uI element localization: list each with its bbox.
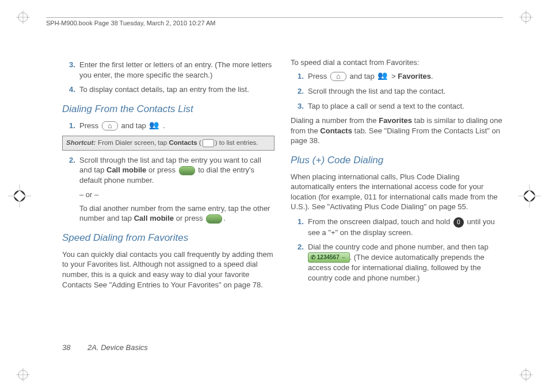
step-text: Scroll through the list and tap the cont… <box>308 86 503 97</box>
text-bold: Call mobile <box>134 214 174 222</box>
step-text: From the onscreen dialpad, touch and hol… <box>308 217 503 237</box>
step-number: 3. <box>298 101 308 112</box>
text: Dial the country code and phone number, … <box>308 243 489 251</box>
shortcut-label: Shortcut: <box>66 139 96 148</box>
contacts-icon <box>149 121 159 131</box>
step-number: 4. <box>69 84 79 95</box>
text: or press <box>174 214 205 222</box>
page-number: 38 <box>62 343 70 352</box>
text: . <box>223 214 226 222</box>
text-bold: Favorites <box>398 72 431 80</box>
footer-section: 2A. Device Basics <box>87 343 148 352</box>
crop-mark <box>16 368 30 382</box>
text-bold: Contacts <box>169 139 197 146</box>
paragraph: To speed dial a contact from Favorites: <box>291 57 503 68</box>
home-icon <box>102 121 118 130</box>
text: and tap <box>121 121 148 130</box>
text: and tap <box>348 72 377 80</box>
step-number: 1. <box>298 217 308 237</box>
step-text: Press and tap > Favorites. <box>308 71 503 82</box>
text-bold: Contacts <box>320 126 352 135</box>
text: Press <box>308 72 329 80</box>
crop-mark <box>16 10 30 24</box>
paragraph: When placing international calls, Plus C… <box>291 172 503 212</box>
crop-mark <box>518 185 541 207</box>
paragraph: Dialing a number from the Favorites tab … <box>291 116 503 146</box>
shortcut-text: From Dialer screen, tap Contacts () to l… <box>98 139 270 148</box>
page-content: 3. Enter the first letter or letters of … <box>62 57 503 340</box>
step-text: To display contact details, tap an entry… <box>79 84 274 95</box>
step-number: 1. <box>298 71 308 82</box>
step-number: 2. <box>298 242 308 283</box>
text: ) to list entries. <box>215 139 258 146</box>
step-number: 2. <box>69 155 79 186</box>
text-bold: Favorites <box>379 116 412 125</box>
step-text: Dial the country code and phone number, … <box>308 242 503 283</box>
paragraph: You can quickly dial contacts you call f… <box>62 249 274 290</box>
step-number: 1. <box>69 121 79 132</box>
home-icon <box>330 72 346 81</box>
list-item: 2. Scroll through the list and tap the e… <box>69 155 274 186</box>
list-item: 1. From the onscreen dialpad, touch and … <box>298 217 503 237</box>
section-heading: Dialing From the Contacts List <box>62 103 274 116</box>
list-item: 2. Scroll through the list and tap the c… <box>298 86 503 97</box>
text: Press <box>79 121 101 130</box>
contacts-icon <box>378 71 388 82</box>
text: ( <box>197 139 201 146</box>
or-separator: – or – <box>79 190 274 200</box>
list-item: 3. Tap to place a call or send a text to… <box>298 101 503 112</box>
crop-mark <box>519 368 533 382</box>
step-text: Scroll through the list and tap the entr… <box>79 155 274 186</box>
step-text: Tap to place a call or send a text to th… <box>308 101 503 112</box>
page-footer: 38 2A. Device Basics <box>62 343 148 352</box>
contacts-card-icon <box>203 139 214 147</box>
text: . <box>431 72 433 80</box>
text: Dialing a number from the <box>291 116 379 125</box>
section-heading: Speed Dialing from Favorites <box>62 232 274 245</box>
left-column: 3. Enter the first letter or letters of … <box>62 57 274 340</box>
text: From the onscreen dialpad, touch and hol… <box>308 217 452 226</box>
list-item: 3. Enter the first letter or letters of … <box>69 60 274 80</box>
text-bold: Call mobile <box>106 166 146 174</box>
step-number: 3. <box>69 60 79 80</box>
text: > <box>389 72 398 80</box>
text: or press <box>146 166 177 174</box>
crop-mark <box>8 185 31 207</box>
list-item: 1. Press and tap . <box>69 121 274 132</box>
step-text: Enter the first letter or letters of an … <box>79 60 274 80</box>
list-item: 2. Dial the country code and phone numbe… <box>298 242 503 283</box>
zero-key-icon: 0 <box>453 217 464 228</box>
dial-bar-icon: ✆ 1234567 ← <box>308 252 350 263</box>
text: From Dialer screen, tap <box>98 139 169 146</box>
talk-key-icon <box>179 166 195 175</box>
crop-mark <box>519 10 533 24</box>
text: . <box>163 121 165 130</box>
list-item: 4. To display contact details, tap an en… <box>69 84 274 95</box>
list-item: 1. Press and tap > Favorites. <box>298 71 503 82</box>
right-column: To speed dial a contact from Favorites: … <box>291 57 503 340</box>
step-number: 2. <box>298 86 308 97</box>
step-text: Press and tap . <box>79 121 274 132</box>
talk-key-icon <box>206 214 222 224</box>
page-header: SPH-M900.book Page 38 Tuesday, March 2, … <box>46 17 503 26</box>
step-text: To dial another number from the same ent… <box>79 203 274 224</box>
shortcut-note: Shortcut: From Dialer screen, tap Contac… <box>62 136 274 151</box>
section-heading: Plus (+) Code Dialing <box>291 154 503 167</box>
